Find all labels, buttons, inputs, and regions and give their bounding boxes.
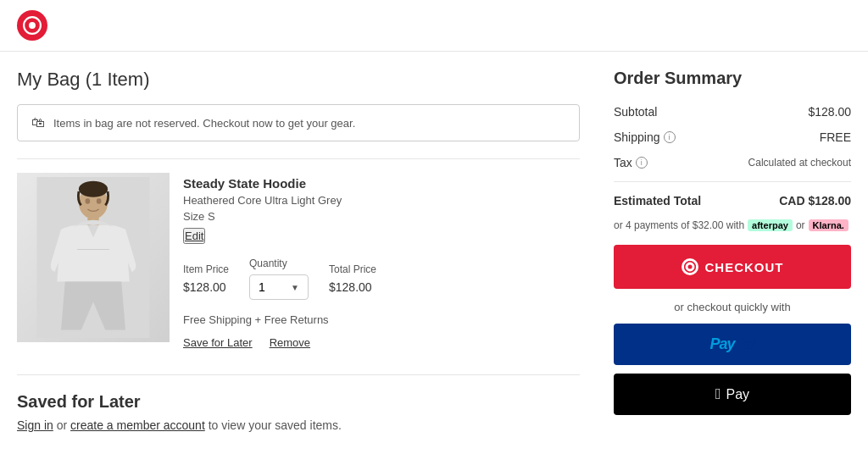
edit-button[interactable]: Edit [183, 228, 205, 244]
total-price-value: $128.00 [329, 280, 376, 294]
saved-for-later-section: Saved for Later Sign in or create a memb… [17, 374, 580, 432]
checkout-button[interactable]: CHECKOUT [614, 245, 851, 289]
header [0, 0, 868, 52]
item-price-col: Item Price $128.00 [183, 263, 229, 294]
estimated-total-row: Estimated Total CAD $128.00 [614, 194, 851, 208]
svg-point-10 [687, 264, 692, 269]
checkout-logo [682, 258, 698, 275]
product-details: Steady State Hoodie Heathered Core Ultra… [183, 173, 580, 349]
action-links: Save for Later Remove [183, 336, 580, 349]
product-row: Steady State Hoodie Heathered Core Ultra… [17, 158, 580, 349]
total-price-col: Total Price $128.00 [329, 263, 376, 294]
tax-row: Tax i Calculated at checkout [614, 156, 851, 169]
estimated-total-label: Estimated Total [614, 194, 701, 208]
order-summary-section: Order Summary Subtotal $128.00 Shipping … [614, 69, 851, 432]
saved-for-later-text: Sign in or create a member account to vi… [17, 418, 580, 432]
paypal-button[interactable]: PayPal [614, 324, 851, 365]
remove-button[interactable]: Remove [270, 336, 310, 349]
product-color: Heathered Core Ultra Light Grey [183, 194, 580, 207]
saved-for-later-title: Saved for Later [17, 392, 580, 412]
payment-info: or 4 payments of $32.00 with afterpay or… [614, 219, 851, 231]
klarna-badge: Klarna. [809, 219, 849, 231]
apple-pay-label: Pay [726, 387, 750, 402]
shipping-label: Shipping i [614, 130, 676, 144]
shipping-row: Shipping i FREE [614, 130, 851, 144]
quantity-label: Quantity [249, 257, 309, 269]
svg-point-6 [86, 198, 91, 204]
product-image [17, 173, 170, 342]
chevron-down-icon: ▼ [291, 283, 299, 292]
svg-point-7 [97, 198, 102, 204]
sign-in-link[interactable]: Sign in [17, 418, 53, 432]
save-for-later-button[interactable]: Save for Later [183, 336, 253, 349]
tax-info-icon[interactable]: i [636, 157, 648, 169]
bag-icon: 🛍 [31, 115, 45, 130]
afterpay-badge: afterpay [748, 219, 793, 231]
or-checkout-text: or checkout quickly with [614, 301, 851, 313]
main-content: My Bag (1 Item) 🛍 Items in bag are not r… [0, 52, 868, 449]
product-size: Size S [183, 210, 580, 223]
lululemon-logo[interactable] [17, 10, 47, 41]
bag-item-count: (1 Item) [86, 69, 150, 90]
bag-notice: 🛍 Items in bag are not reserved. Checkou… [17, 104, 580, 141]
create-account-link[interactable]: create a member account [70, 418, 205, 432]
item-price-value: $128.00 [183, 280, 229, 294]
quantity-dropdown[interactable]: 1 2 3 [259, 280, 284, 294]
page-title: My Bag (1 Item) [17, 69, 580, 91]
bag-title-text: My Bag [17, 69, 81, 90]
svg-point-8 [79, 181, 108, 197]
product-name: Steady State Hoodie [183, 176, 580, 191]
apple-icon:  [715, 385, 721, 403]
tax-label: Tax i [614, 156, 648, 169]
subtotal-label: Subtotal [614, 105, 657, 119]
apple-pay-button[interactable]:  Pay [614, 374, 851, 415]
bag-section: My Bag (1 Item) 🛍 Items in bag are not r… [17, 69, 580, 432]
subtotal-value: $128.00 [808, 105, 851, 119]
paypal-logo: PayPal [709, 335, 754, 353]
total-price-label: Total Price [329, 263, 376, 275]
checkout-label: CHECKOUT [705, 260, 784, 274]
estimated-total-value: CAD $128.00 [779, 194, 851, 208]
pricing-row: Item Price $128.00 Quantity 1 2 3 ▼ [183, 257, 580, 300]
item-price-label: Item Price [183, 263, 229, 275]
summary-divider [614, 181, 851, 182]
quantity-col: Quantity 1 2 3 ▼ [249, 257, 309, 300]
tax-value: Calculated at checkout [748, 157, 851, 169]
subtotal-row: Subtotal $128.00 [614, 105, 851, 119]
order-summary-title: Order Summary [614, 69, 851, 88]
shipping-value: FREE [820, 130, 851, 144]
svg-point-1 [29, 22, 36, 29]
shipping-info-icon[interactable]: i [664, 131, 676, 143]
free-shipping-text: Free Shipping + Free Returns [183, 313, 580, 326]
quantity-selector[interactable]: 1 2 3 ▼ [249, 274, 309, 300]
bag-notice-text: Items in bag are not reserved. Checkout … [53, 117, 355, 130]
